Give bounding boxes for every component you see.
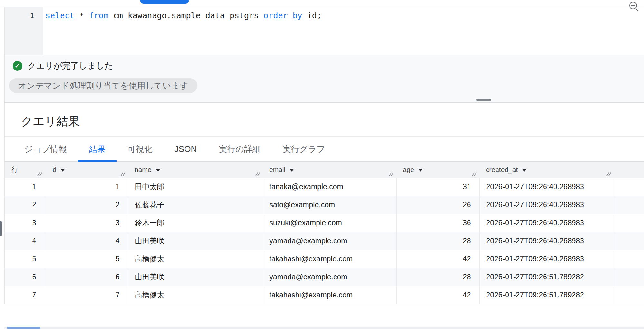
- table-cell: 1: [45, 178, 128, 196]
- sql-code-line[interactable]: select * from cm_kawanago.sample_data_ps…: [43, 7, 322, 55]
- sort-arrow-icon[interactable]: [418, 169, 423, 172]
- table-cell: 2026-01-27T09:26:51.789282: [479, 268, 614, 286]
- table-cell: 2026-01-27T09:26:40.268983: [479, 250, 614, 268]
- table-row: 22佐藤花子sato@example.com262026-01-27T09:26…: [5, 196, 644, 214]
- table-cell-empty: [614, 268, 644, 286]
- column-resize-handle[interactable]: [120, 172, 126, 177]
- zoom-handle: [635, 8, 639, 12]
- column-header-age[interactable]: age: [396, 162, 479, 178]
- table-cell: 3: [45, 214, 128, 232]
- table-cell-empty: [614, 286, 644, 304]
- column-resize-handle[interactable]: [37, 172, 43, 177]
- table-cell: 4: [5, 232, 45, 250]
- zoom-plus-v: [633, 4, 633, 7]
- editor-gutter: 1: [5, 7, 43, 55]
- table-cell: 26: [396, 196, 479, 214]
- table-cell: 佐藤花子: [128, 196, 263, 214]
- sort-arrow-icon[interactable]: [61, 169, 65, 172]
- column-resize-handle[interactable]: [471, 172, 477, 177]
- column-resize-handle[interactable]: [606, 172, 611, 177]
- table-cell: sato@example.com: [263, 196, 396, 214]
- table-cell: 3: [5, 214, 45, 232]
- table-row: 33鈴木一郎suzuki@example.com362026-01-27T09:…: [5, 214, 644, 232]
- table-cell: 42: [396, 286, 479, 304]
- table-cell: tanaka@example.com: [263, 178, 396, 196]
- query-status-message: クエリが完了しました: [28, 60, 113, 71]
- sql-token-plain: id;: [302, 11, 322, 20]
- left-edge-drag-handle[interactable]: [0, 221, 2, 236]
- sql-editor[interactable]: 1 select * from cm_kawanago.sample_data_…: [5, 7, 644, 55]
- table-cell: 28: [396, 268, 479, 286]
- table-row: 77高橋健太takahashi@example.com422026-01-27T…: [5, 286, 644, 304]
- table-cell: 36: [396, 214, 479, 232]
- line-number: 1: [30, 12, 34, 20]
- table-cell: 1: [5, 178, 45, 196]
- table-cell-empty: [614, 178, 644, 196]
- table-cell: 2: [5, 196, 45, 214]
- table-cell: 42: [396, 250, 479, 268]
- horizontal-scrollbar[interactable]: [4, 327, 644, 329]
- sort-arrow-icon[interactable]: [289, 169, 294, 172]
- column-resize-handle[interactable]: [255, 172, 260, 177]
- column-header-created-at[interactable]: created_at: [479, 162, 614, 178]
- table-cell: 6: [45, 268, 128, 286]
- quota-chip: オンデマンド処理割り当てを使用しています: [9, 78, 197, 93]
- column-label: 行: [11, 166, 18, 173]
- column-resize-handle[interactable]: [388, 172, 394, 177]
- table-cell: 2: [45, 196, 128, 214]
- table-cell-empty: [614, 232, 644, 250]
- tab-execution-graph[interactable]: 実行グラフ: [272, 137, 336, 161]
- table-cell: takahashi@example.com: [263, 250, 396, 268]
- tab-results[interactable]: 結果: [78, 137, 117, 161]
- table-cell: 2026-01-27T09:26:40.268983: [479, 178, 614, 196]
- tab-visualization[interactable]: 可視化: [117, 137, 164, 161]
- query-status-area: ✓ クエリが完了しました オンデマンド処理割り当てを使用しています: [5, 55, 644, 102]
- table-header-row: 行 id name email: [5, 162, 644, 178]
- table-cell: 4: [45, 232, 128, 250]
- column-header-id[interactable]: id: [45, 162, 128, 178]
- table-row: 11田中太郎tanaka@example.com312026-01-27T09:…: [5, 178, 644, 196]
- query-status-row: ✓ クエリが完了しました: [13, 60, 644, 71]
- table-cell: 山田美咲: [128, 268, 263, 286]
- results-header: クエリ結果: [5, 103, 644, 137]
- column-header-name[interactable]: name: [128, 162, 263, 178]
- zoom-in-icon[interactable]: [629, 2, 640, 13]
- column-header-extra: [614, 162, 644, 178]
- results-table: 行 id name email: [5, 162, 644, 304]
- tab-json[interactable]: JSON: [164, 137, 208, 161]
- sort-arrow-icon[interactable]: [522, 169, 526, 172]
- table-cell: 2026-01-27T09:26:40.268983: [479, 232, 614, 250]
- table-row: 44山田美咲yamada@example.com282026-01-27T09:…: [5, 232, 644, 250]
- tab-execution-details[interactable]: 実行の詳細: [208, 137, 272, 161]
- table-cell: 5: [45, 250, 128, 268]
- table-cell: 31: [396, 178, 479, 196]
- bigquery-results-page: 1 select * from cm_kawanago.sample_data_…: [0, 0, 644, 329]
- table-cell: 6: [5, 268, 45, 286]
- sql-token-plain: *: [74, 11, 89, 20]
- table-cell-empty: [614, 250, 644, 268]
- tab-job-info[interactable]: ジョブ情報: [14, 137, 78, 161]
- panel-drag-handle-icon[interactable]: [476, 99, 491, 101]
- table-row: 66山田美咲yamada@example.com282026-01-27T09:…: [5, 268, 644, 286]
- table-cell: 鈴木一郎: [128, 214, 263, 232]
- table-cell-empty: [614, 214, 644, 232]
- results-table-body: 11田中太郎tanaka@example.com312026-01-27T09:…: [5, 178, 644, 304]
- table-cell: 5: [5, 250, 45, 268]
- table-cell: suzuki@example.com: [263, 214, 396, 232]
- column-header-email[interactable]: email: [263, 162, 396, 178]
- column-label: created_at: [486, 166, 518, 173]
- column-label: name: [135, 166, 152, 173]
- run-button-remnant[interactable]: [140, 0, 189, 4]
- table-cell: 高橋健太: [128, 286, 263, 304]
- sql-token-keyword: select: [45, 11, 74, 20]
- horizontal-scrollbar-thumb[interactable]: [7, 327, 40, 329]
- sql-token-plain: cm_kawanago.sample_data_pstgrs: [109, 11, 264, 20]
- table-cell-empty: [614, 196, 644, 214]
- table-cell: yamada@example.com: [263, 268, 396, 286]
- table-cell: 2026-01-27T09:26:40.268983: [479, 196, 614, 214]
- query-results-panel: クエリ結果 ジョブ情報 結果 可視化 JSON 実行の詳細 実行グラフ: [5, 102, 644, 304]
- table-cell: 田中太郎: [128, 178, 263, 196]
- sort-arrow-icon[interactable]: [156, 169, 160, 172]
- table-cell: 7: [5, 286, 45, 304]
- sql-token-keyword: from: [89, 11, 108, 20]
